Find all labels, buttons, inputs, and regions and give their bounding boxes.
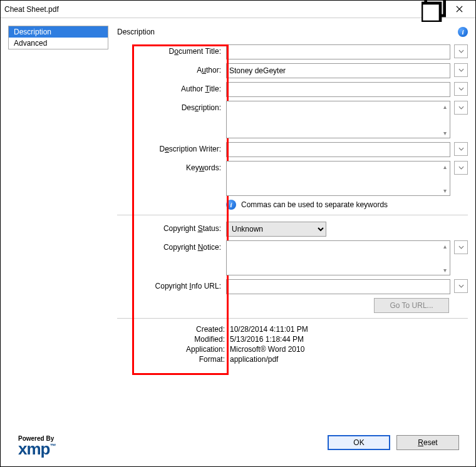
row-author: Author: [117, 63, 468, 78]
label-author: Author: [117, 63, 226, 74]
label-copyright-status: Copyright Status: [117, 222, 226, 233]
info-icon[interactable]: i [458, 27, 468, 37]
sidebar-item-advanced[interactable]: Advanced [9, 38, 108, 49]
keywords-hint: Commas can be used to separate keywords [241, 200, 388, 209]
input-copyright-info-url[interactable] [226, 279, 450, 294]
dropdown-document-title[interactable] [454, 44, 468, 58]
meta-created-label: Created: [155, 325, 230, 334]
sidebar: Description Advanced [8, 26, 108, 49]
powered-by: Powered By xmp™ [8, 429, 108, 459]
meta-modified-value: 5/13/2016 1:18:44 PM [230, 335, 304, 344]
label-description-writer: Description Writer: [117, 142, 226, 153]
row-author-title: Author Title: [117, 82, 468, 97]
meta-format-label: Format: [155, 355, 230, 364]
panel-header: Description i [117, 26, 468, 38]
section-divider [117, 215, 468, 215]
metadata-block: Created: 10/28/2014 4:11:01 PM Modified:… [117, 325, 468, 365]
info-icon: i [226, 200, 236, 210]
xmp-logo: xmp™ [18, 442, 106, 456]
select-copyright-status[interactable]: Unknown [226, 222, 326, 237]
input-author[interactable] [226, 63, 450, 78]
textarea-description[interactable] [226, 101, 450, 138]
form-area: Document Title: Author: Author Title: [117, 44, 468, 313]
ok-button[interactable]: OK [328, 435, 390, 450]
window-title: Cheat Sheet.pdf [4, 5, 422, 14]
meta-application-value: Microsoft® Word 2010 [230, 345, 304, 354]
panel-title: Description [117, 28, 458, 36]
dialog-window: Cheat Sheet.pdf Description Advanced Pow… [0, 0, 476, 467]
meta-created-value: 10/28/2014 4:11:01 PM [230, 325, 308, 334]
restore-button[interactable] [422, 3, 447, 16]
label-document-title: Document Title: [117, 44, 226, 56]
label-author-title: Author Title: [117, 82, 226, 93]
dropdown-author[interactable] [454, 63, 468, 77]
input-document-title[interactable] [226, 44, 450, 59]
reset-button[interactable]: Reset [396, 435, 459, 450]
dropdown-keywords[interactable] [454, 161, 468, 175]
meta-format-value: application/pdf [230, 355, 278, 364]
close-button[interactable] [447, 3, 472, 16]
row-copyright-info-url: Copyright Info URL: [117, 279, 468, 294]
dropdown-description[interactable] [454, 101, 468, 115]
label-description: Description: [117, 101, 226, 112]
main-panel: Description i Document Title: Author: [117, 26, 468, 459]
meta-application-label: Application: [155, 345, 230, 354]
dropdown-copyright-info-url[interactable] [454, 279, 468, 293]
titlebar: Cheat Sheet.pdf [1, 1, 475, 18]
button-bar: OK Reset [117, 429, 468, 459]
row-copyright-status: Copyright Status: Unknown [117, 222, 468, 237]
dropdown-description-writer[interactable] [454, 142, 468, 156]
input-description-writer[interactable] [226, 142, 450, 157]
textarea-keywords[interactable] [226, 161, 450, 196]
dropdown-author-title[interactable] [454, 82, 468, 96]
row-keywords: Keywords: ▴ ▾ [117, 161, 468, 196]
keywords-hint-row: i Commas can be used to separate keyword… [117, 200, 468, 210]
left-column: Description Advanced Powered By xmp™ [8, 26, 108, 459]
go-to-url-button: Go To URL... [374, 298, 449, 313]
meta-application-row: Application: Microsoft® Word 2010 [155, 345, 468, 354]
row-document-title: Document Title: [117, 44, 468, 59]
textarea-copyright-notice[interactable] [226, 240, 450, 275]
meta-divider [117, 318, 468, 319]
label-copyright-notice: Copyright Notice: [117, 240, 226, 252]
row-description: Description: ▴ ▾ [117, 101, 468, 138]
row-copyright-notice: Copyright Notice: ▴ ▾ [117, 240, 468, 275]
meta-modified-label: Modified: [155, 335, 230, 344]
dropdown-copyright-notice[interactable] [454, 240, 468, 254]
label-keywords: Keywords: [117, 161, 226, 172]
row-description-writer: Description Writer: [117, 142, 468, 157]
label-copyright-info-url: Copyright Info URL: [117, 279, 226, 290]
sidebar-item-description[interactable]: Description [9, 26, 108, 38]
content-area: Description Advanced Powered By xmp™ Des… [1, 18, 475, 466]
go-to-url-row: Go To URL... [117, 298, 468, 313]
meta-format-row: Format: application/pdf [155, 355, 468, 364]
meta-modified-row: Modified: 5/13/2016 1:18:44 PM [155, 335, 468, 344]
meta-created-row: Created: 10/28/2014 4:11:01 PM [155, 325, 468, 334]
input-author-title[interactable] [226, 82, 450, 97]
